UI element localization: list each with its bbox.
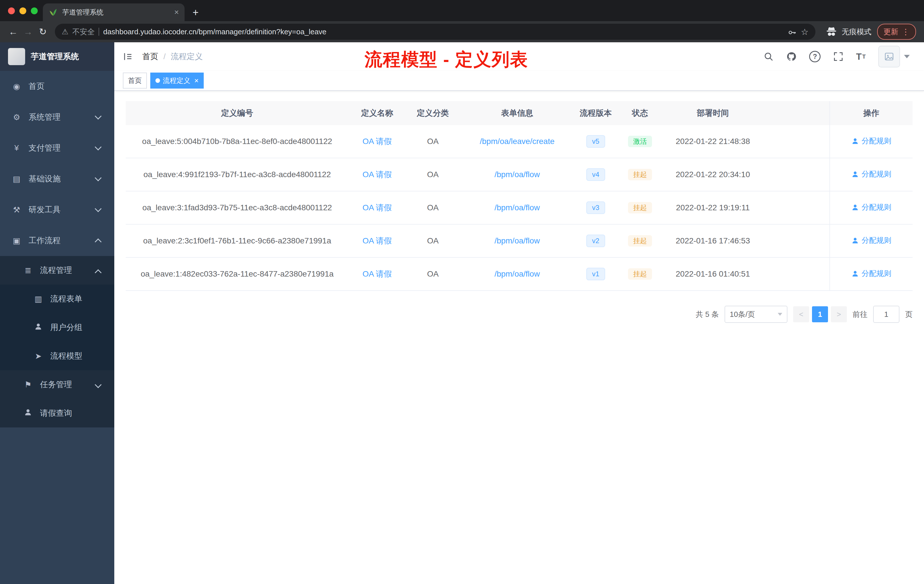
pagination: 共 5 条 10条/页 < 1 > 前往 页 [126, 306, 912, 323]
back-button[interactable]: ← [6, 24, 21, 39]
status-badge: 激活 [628, 136, 652, 147]
goto-page-input[interactable] [873, 306, 899, 323]
status-badge: 挂起 [628, 169, 652, 180]
definition-id: oa_leave:5:004b710b-7b8a-11ec-8ef0-acde4… [126, 125, 348, 158]
form-icon: ▥ [33, 294, 43, 304]
breadcrumb: 首页 / 流程定义 [142, 51, 203, 62]
incognito-label: 无痕模式 [842, 27, 871, 37]
definition-category: OA [406, 191, 460, 224]
deploy-time: 2022-01-16 17:46:53 [663, 224, 763, 257]
definition-name-link[interactable]: OA 请假 [363, 137, 392, 146]
annotation-title: 流程模型 - 定义列表 [365, 48, 528, 71]
page-size-select[interactable]: 10条/页 [724, 306, 787, 323]
chevron-down-icon [94, 144, 101, 150]
form-link[interactable]: /bpm/oa/flow [495, 170, 540, 179]
incognito-indicator: 无痕模式 [826, 26, 871, 38]
col-filler [763, 101, 830, 125]
sidebar-item-payment[interactable]: ¥ 支付管理 [0, 133, 114, 163]
password-key-icon[interactable] [788, 27, 797, 36]
sidebar-item-infrastructure[interactable]: ▤ 基础设施 [0, 163, 114, 194]
col-form-info: 表单信息 [460, 101, 574, 125]
new-tab-button[interactable]: + [193, 7, 198, 18]
tag-close-icon[interactable]: × [194, 77, 198, 84]
tag-process-definition[interactable]: 流程定义 × [150, 73, 204, 89]
sidebar-item-label: 支付管理 [28, 143, 61, 153]
sidebar-item-label: 基础设施 [28, 173, 61, 184]
filler-cell [763, 191, 830, 224]
avatar[interactable] [878, 46, 900, 68]
version-badge: v4 [586, 168, 605, 181]
help-icon[interactable]: ? [809, 51, 820, 62]
col-deploy-time: 部署时间 [663, 101, 763, 125]
browser-menu-icon[interactable]: ⋮ [902, 27, 910, 36]
close-window-button[interactable] [8, 7, 15, 14]
sidebar-item-task-management[interactable]: ⚑ 任务管理 [0, 370, 114, 399]
chrome-update-button[interactable]: 更新 ⋮ [877, 24, 916, 40]
sidebar-logo[interactable]: 芋道管理系统 [0, 42, 114, 71]
table-row: oa_leave:5:004b710b-7b8a-11ec-8ef0-acde4… [126, 125, 912, 158]
definition-name-link[interactable]: OA 请假 [363, 203, 392, 212]
definition-name-link[interactable]: OA 请假 [363, 236, 392, 245]
tag-home[interactable]: 首页 [123, 73, 147, 89]
chevron-down-icon [94, 174, 101, 181]
search-icon[interactable] [764, 51, 774, 62]
page-number-button[interactable]: 1 [812, 306, 828, 322]
assign-rule-link[interactable]: 分配规则 [851, 236, 891, 246]
sidebar-item-label: 请假查询 [40, 408, 72, 419]
hamburger-icon[interactable] [123, 51, 133, 62]
definition-id: oa_leave:3:1fad3d93-7b75-11ec-a3c8-acde4… [126, 191, 348, 224]
assign-rule-link[interactable]: 分配规则 [851, 269, 891, 279]
sidebar-item-user-group[interactable]: 用户分组 [0, 313, 114, 342]
form-link[interactable]: /bpm/oa/flow [495, 203, 540, 212]
browser-toolbar: ← → ↻ ⚠ 不安全 dashboard.yudao.iocoder.cn/b… [0, 21, 924, 42]
sidebar-item-label: 工作流程 [28, 235, 61, 246]
sidebar-item-process-management[interactable]: ≣ 流程管理 [0, 256, 114, 285]
sidebar-item-devtools[interactable]: ⚒ 研发工具 [0, 194, 114, 225]
sidebar-item-leave-query[interactable]: 请假查询 [0, 399, 114, 427]
definition-id: oa_leave:4:991f2193-7b7f-11ec-a3c8-acde4… [126, 158, 348, 191]
sidebar-item-system[interactable]: ⚙ 系统管理 [0, 102, 114, 133]
paper-plane-icon: ➤ [33, 351, 43, 361]
assign-rule-link[interactable]: 分配规则 [851, 169, 891, 179]
person-icon [851, 237, 859, 244]
prev-page-button[interactable]: < [793, 306, 809, 322]
form-link[interactable]: /bpm/oa/leave/create [480, 137, 554, 146]
breadcrumb-home[interactable]: 首页 [142, 51, 158, 62]
definition-category: OA [406, 224, 460, 257]
definition-category: OA [406, 257, 460, 290]
minimize-window-button[interactable] [20, 7, 26, 14]
sidebar-item-home[interactable]: ◉ 首页 [0, 71, 114, 102]
user-menu[interactable] [878, 46, 910, 68]
definition-name-link[interactable]: OA 请假 [363, 269, 392, 278]
address-bar[interactable]: ⚠ 不安全 dashboard.yudao.iocoder.cn/bpm/man… [55, 24, 815, 40]
breadcrumb-current: 流程定义 [171, 51, 203, 62]
fullscreen-icon[interactable] [833, 51, 843, 62]
main-area: 流程模型 - 定义列表 首页 / 流程定义 ? TT [114, 42, 924, 584]
form-link[interactable]: /bpm/oa/flow [495, 236, 540, 245]
definition-name-link[interactable]: OA 请假 [363, 170, 392, 179]
sidebar-item-workflow[interactable]: ▣ 工作流程 [0, 225, 114, 256]
font-size-icon[interactable]: TT [856, 51, 866, 62]
version-badge: v2 [586, 234, 605, 247]
table-row: oa_leave:3:1fad3d93-7b75-11ec-a3c8-acde4… [126, 191, 912, 224]
col-process-version: 流程版本 [574, 101, 617, 125]
form-link[interactable]: /bpm/oa/flow [495, 269, 540, 278]
browser-tab[interactable]: 芋道管理系统 × [43, 3, 185, 21]
refresh-button[interactable]: ↻ [35, 24, 50, 39]
zoom-window-button[interactable] [31, 7, 38, 14]
forward-button[interactable]: → [21, 24, 35, 39]
assign-rule-link[interactable]: 分配规则 [851, 136, 891, 146]
sidebar-item-process-form[interactable]: ▥ 流程表单 [0, 285, 114, 313]
version-badge: v1 [586, 268, 605, 280]
assign-rule-link[interactable]: 分配规则 [851, 202, 891, 212]
window-controls [8, 7, 38, 14]
next-page-button[interactable]: > [831, 306, 847, 322]
tab-close-icon[interactable]: × [174, 8, 179, 16]
bookmark-star-icon[interactable]: ☆ [801, 27, 808, 37]
definition-table: 定义编号 定义名称 定义分类 表单信息 流程版本 状态 部署时间 操作 [126, 101, 912, 291]
sidebar-item-label: 流程表单 [50, 294, 82, 304]
sidebar-item-process-model[interactable]: ➤ 流程模型 [0, 342, 114, 370]
sidebar: 芋道管理系统 ◉ 首页 ⚙ 系统管理 ¥ 支付管理 ▤ 基础设施 [0, 42, 114, 584]
github-icon[interactable] [786, 51, 797, 62]
sidebar-item-label: 用户分组 [50, 322, 82, 333]
